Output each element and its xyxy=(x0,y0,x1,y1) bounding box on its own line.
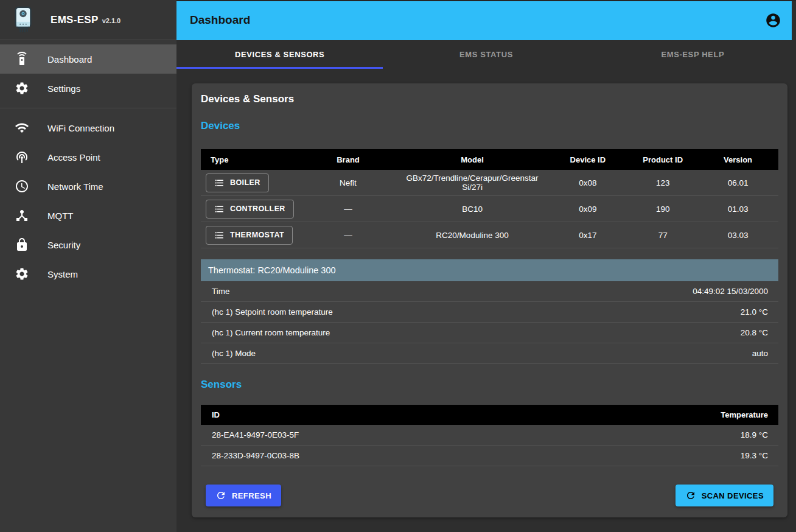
scrollbar-track[interactable] xyxy=(792,0,796,532)
device-brand: Nefit xyxy=(299,178,397,187)
device-product-id: 190 xyxy=(628,205,697,214)
column-header-brand: Brand xyxy=(299,155,397,164)
detail-value: 21.0 °C xyxy=(741,307,768,317)
refresh-button[interactable]: REFRESH xyxy=(206,485,281,506)
wifi-tethering-icon xyxy=(15,150,29,164)
account-circle-icon xyxy=(765,12,781,29)
app-name: EMS-ESP xyxy=(51,14,99,26)
scan-devices-button[interactable]: SCAN DEVICES xyxy=(676,485,773,506)
sensors-table-header: ID Temperature xyxy=(201,405,778,425)
thermostat-detail-table: Time 04:49:02 15/03/2000 (hc 1) Setpoint… xyxy=(201,281,778,364)
device-type-button-controller[interactable]: CONTROLLER xyxy=(206,200,294,219)
refresh-button-label: REFRESH xyxy=(232,491,271,500)
device-id: 0x08 xyxy=(547,178,628,187)
devices-heading: Devices xyxy=(201,120,778,132)
table-row: Time 04:49:02 15/03/2000 xyxy=(201,281,778,302)
device-brand: — xyxy=(299,231,397,240)
device-id: 0x09 xyxy=(547,205,628,214)
detail-label: (hc 1) Setpoint room temperature xyxy=(212,307,333,317)
tab-ems-status[interactable]: EMS STATUS xyxy=(383,40,589,69)
device-version: 01.03 xyxy=(697,205,778,214)
column-header-device-id: Device ID xyxy=(547,155,628,164)
table-row: (hc 1) Current room temperature 20.8 °C xyxy=(201,323,778,343)
detail-label: (hc 1) Mode xyxy=(212,349,256,358)
account-button[interactable] xyxy=(765,12,781,29)
active-tab-indicator xyxy=(176,67,383,69)
app-version: v2.1.0 xyxy=(102,17,121,24)
thermostat-detail-header: Thermostat: RC20/Moduline 300 xyxy=(201,259,778,281)
list-icon xyxy=(214,204,225,214)
detail-value: 04:49:02 15/03/2000 xyxy=(693,287,768,296)
sidebar-item-wifi-connection[interactable]: WiFi Connection xyxy=(0,113,176,142)
sidebar-item-dashboard[interactable]: Dashboard xyxy=(0,44,176,74)
wifi-icon xyxy=(15,121,29,135)
sensors-heading: Sensors xyxy=(201,379,778,391)
devices-table-header: Type Brand Model Device ID Product ID Ve… xyxy=(201,149,778,170)
gear-icon xyxy=(15,267,29,281)
card-title: Devices & Sensors xyxy=(201,93,778,105)
list-icon xyxy=(214,230,225,240)
sidebar-item-settings[interactable]: Settings xyxy=(0,74,176,103)
sidebar-item-label: WiFi Connection xyxy=(47,123,114,133)
boiler-logo-icon xyxy=(9,5,37,35)
column-header-product-id: Product ID xyxy=(628,155,697,164)
table-row: THERMOSTAT — RC20/Moduline 300 0x17 77 0… xyxy=(201,222,778,248)
column-header-id: ID xyxy=(212,410,220,419)
sidebar-item-access-point[interactable]: Access Point xyxy=(0,142,176,172)
sidebar-item-label: Access Point xyxy=(47,152,100,163)
sidebar-item-security[interactable]: Security xyxy=(0,230,176,259)
device-version: 03.03 xyxy=(697,231,778,240)
sidebar-item-label: Settings xyxy=(47,83,80,94)
refresh-icon xyxy=(215,490,226,501)
tab-devices-sensors[interactable]: DEVICES & SENSORS xyxy=(176,40,383,69)
tab-bar: DEVICES & SENSORS EMS STATUS EMS-ESP HEL… xyxy=(176,40,796,69)
table-row: BOILER Nefit GBx72/Trendline/Cerapur/Gre… xyxy=(201,170,778,196)
main-area: Dashboard DEVICES & SENSORS EMS STATUS E… xyxy=(176,0,796,532)
column-header-temperature: Temperature xyxy=(721,410,768,419)
detail-value: auto xyxy=(752,349,768,358)
device-type-button-thermostat[interactable]: THERMOSTAT xyxy=(206,226,293,245)
devices-table: Type Brand Model Device ID Product ID Ve… xyxy=(201,149,778,248)
app-brand: EMS-ESP v2.1.0 xyxy=(0,0,176,40)
device-type-label: CONTROLLER xyxy=(230,205,285,213)
page-title: Dashboard xyxy=(190,13,250,27)
sidebar-item-system[interactable]: System xyxy=(0,259,176,289)
device-brand: — xyxy=(299,205,397,214)
column-header-version: Version xyxy=(697,155,778,164)
sidebar-item-label: System xyxy=(47,269,78,279)
sidebar-divider xyxy=(0,108,176,108)
devices-sensors-card: Devices & Sensors Devices Type Brand Mod… xyxy=(192,83,787,517)
column-header-model: Model xyxy=(397,155,548,164)
column-header-type: Type xyxy=(201,155,299,164)
device-product-id: 123 xyxy=(628,178,697,187)
device-model: BC10 xyxy=(397,205,548,214)
refresh-icon xyxy=(685,490,696,501)
device-version: 06.01 xyxy=(697,178,778,187)
table-row: (hc 1) Mode auto xyxy=(201,343,778,364)
table-row: 28-EA41-9497-0E03-5F 18.9 °C xyxy=(201,425,778,446)
table-row: 28-233D-9497-0C03-8B 19.3 °C xyxy=(201,446,778,466)
window-top-edge xyxy=(176,0,796,1)
sidebar-item-label: Network Time xyxy=(47,181,103,192)
sidebar-item-label: Dashboard xyxy=(47,54,92,65)
tab-ems-esp-help[interactable]: EMS-ESP HELP xyxy=(590,40,796,69)
scan-devices-button-label: SCAN DEVICES xyxy=(702,491,764,500)
table-row: CONTROLLER — BC10 0x09 190 01.03 xyxy=(201,196,778,222)
device-type-button-boiler[interactable]: BOILER xyxy=(206,173,269,192)
device-product-id: 77 xyxy=(628,231,697,240)
app-bar: Dashboard xyxy=(176,0,796,40)
device-id: 0x17 xyxy=(547,231,628,240)
sidebar-item-network-time[interactable]: Network Time xyxy=(0,172,176,201)
remote-icon xyxy=(15,52,29,66)
tab-label: DEVICES & SENSORS xyxy=(235,50,324,59)
table-row: (hc 1) Setpoint room temperature 21.0 °C xyxy=(201,302,778,323)
hub-icon xyxy=(15,208,29,223)
detail-label: (hc 1) Current room temperature xyxy=(212,328,330,337)
action-buttons-row: REFRESH SCAN DEVICES xyxy=(201,485,778,506)
lock-icon xyxy=(15,237,29,252)
device-type-label: THERMOSTAT xyxy=(230,231,284,239)
sidebar-item-mqtt[interactable]: MQTT xyxy=(0,201,176,230)
sidebar: EMS-ESP v2.1.0 Dashboard Settings WiFi C… xyxy=(0,0,176,532)
tab-label: EMS-ESP HELP xyxy=(661,50,724,59)
sensor-id: 28-EA41-9497-0E03-5F xyxy=(212,430,299,439)
